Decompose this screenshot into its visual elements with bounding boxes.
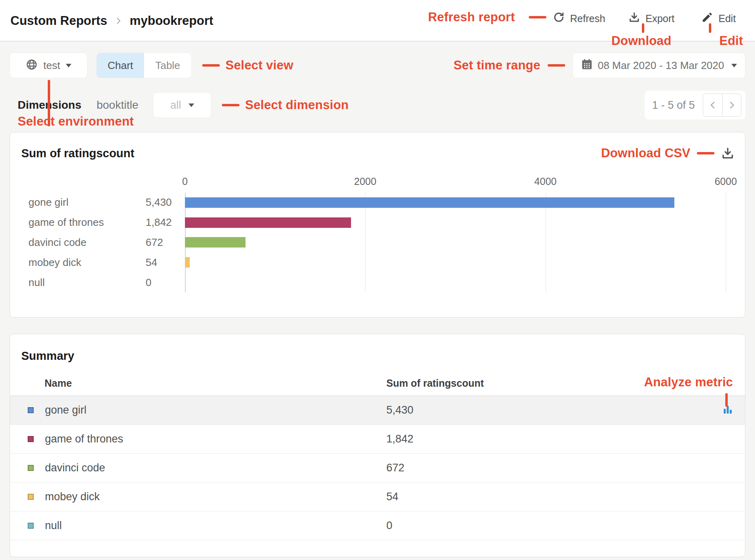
- chevron-down-icon: [731, 64, 737, 67]
- chart-category-label: gone girl: [10, 196, 146, 209]
- date-range-value: 08 Mar 2020 - 13 Mar 2020: [598, 59, 724, 72]
- chart-row: gone girl 5,430: [10, 193, 726, 213]
- series-color-swatch: [28, 407, 34, 413]
- row-value: 1,842: [386, 433, 414, 445]
- column-header-name: Name: [45, 377, 72, 389]
- dimension-filter-value: all: [170, 99, 181, 112]
- dimension-name: booktitle: [97, 99, 138, 112]
- annotation-line: [725, 393, 728, 407]
- chevron-down-icon: [189, 103, 194, 107]
- chart-title: Sum of ratingscount: [21, 147, 134, 160]
- series-color-swatch: [28, 494, 34, 500]
- chart-value-label: 5,430: [146, 196, 185, 209]
- table-row: davinci code 672: [10, 454, 745, 483]
- gridline: [726, 193, 726, 292]
- edit-button[interactable]: Edit: [701, 0, 736, 37]
- row-name: game of thrones: [45, 433, 123, 445]
- axis-tick-label: 6000: [714, 176, 737, 187]
- chart-bar: [185, 237, 246, 248]
- pagination-range: 1 - 5 of 5: [652, 99, 695, 112]
- chart-bar-area: [185, 233, 726, 253]
- view-toggle: Chart Table: [96, 53, 192, 78]
- chart-row: mobey dick 54: [10, 252, 726, 272]
- download-icon: [628, 11, 640, 26]
- series-color-swatch: [28, 436, 34, 442]
- download-csv-button[interactable]: [721, 146, 735, 160]
- refresh-button[interactable]: Refresh: [553, 0, 605, 37]
- summary-card: Summary Name Sum of ratingscount gone gi…: [10, 334, 745, 557]
- previous-page-button[interactable]: [703, 94, 722, 116]
- series-color-swatch: [28, 523, 34, 529]
- date-range-picker[interactable]: 08 Mar 2020 - 13 Mar 2020: [572, 53, 745, 78]
- chart-category-label: davinci code: [10, 236, 146, 249]
- chart-bar: [185, 217, 351, 228]
- axis-tick-label: 4000: [534, 176, 557, 187]
- breadcrumb-report-name: mybookreport: [130, 14, 213, 28]
- annotation-select-dimension: Select dimension: [245, 98, 349, 112]
- chart-category-label: game of thrones: [10, 216, 146, 229]
- pencil-icon: [701, 11, 713, 26]
- analyze-metric-icon[interactable]: [723, 404, 733, 416]
- annotation-dash: [202, 64, 220, 67]
- environment-dropdown[interactable]: test: [10, 53, 87, 78]
- chart-bar-area: [185, 213, 726, 233]
- annotation-set-time-range: Set time range: [453, 58, 540, 73]
- row-name: davinci code: [45, 462, 105, 474]
- download-icon: [721, 146, 735, 160]
- chart-value-label: 672: [146, 236, 185, 249]
- annotation-select-view: Select view: [225, 58, 293, 73]
- chart-bar-area: [185, 272, 726, 292]
- chart-value-label: 1,842: [146, 216, 185, 229]
- table-row: null 0: [10, 511, 745, 540]
- row-value: 54: [386, 491, 398, 503]
- chart-category-label: mobey dick: [10, 256, 146, 269]
- chart-bar: [185, 197, 674, 208]
- chevron-right-icon: [114, 16, 123, 26]
- chart-value-label: 0: [146, 276, 185, 289]
- chart-bar-area: [185, 252, 726, 272]
- chart-bar: [185, 257, 190, 268]
- row-name: gone girl: [45, 404, 87, 416]
- environment-value: test: [43, 59, 60, 72]
- chart-value-label: 54: [146, 256, 185, 269]
- summary-title: Summary: [21, 349, 74, 363]
- annotation-line: [709, 23, 711, 33]
- annotation-line: [48, 80, 50, 126]
- annotation-download: Download: [611, 34, 672, 48]
- axis-tick-label: 2000: [354, 176, 377, 187]
- row-value: 0: [386, 519, 392, 532]
- chevron-down-icon: [66, 64, 71, 67]
- next-page-button[interactable]: [722, 94, 741, 116]
- bar-chart-icon: [723, 404, 733, 415]
- refresh-label: Refresh: [570, 13, 605, 24]
- annotation-download-csv: Download CSV: [601, 146, 690, 160]
- chart-row: game of thrones 1,842: [10, 213, 726, 233]
- row-value: 672: [386, 462, 404, 474]
- chart-axis-labels: 0200040006000: [185, 176, 726, 188]
- export-button[interactable]: Export: [628, 0, 674, 37]
- column-header-value: Sum of ratingscount: [386, 377, 484, 389]
- row-value: 5,430: [386, 404, 414, 416]
- toolbar-row: test Chart Table Select view Set time ra…: [10, 53, 745, 78]
- dimension-filter-dropdown[interactable]: all: [153, 92, 211, 118]
- series-color-swatch: [28, 465, 34, 471]
- row-name: mobey dick: [45, 491, 100, 503]
- edit-label: Edit: [718, 13, 736, 24]
- page-header: Custom Reports mybookreport Refresh repo…: [0, 0, 755, 41]
- pagination-buttons: [703, 93, 741, 117]
- table-row: game of thrones 1,842: [10, 425, 745, 454]
- chart-row: davinci code 672: [10, 233, 726, 253]
- chart-category-label: null: [10, 276, 146, 289]
- globe-icon: [26, 59, 38, 72]
- tab-table[interactable]: Table: [144, 53, 191, 78]
- calendar-icon: [581, 58, 593, 73]
- annotation-dash: [697, 152, 714, 154]
- tab-chart[interactable]: Chart: [97, 53, 144, 78]
- pagination: 1 - 5 of 5: [645, 91, 745, 120]
- annotation-refresh-report: Refresh report: [428, 10, 515, 24]
- summary-table-body: gone girl 5,430 game of thrones 1,842 da…: [10, 396, 745, 540]
- download-csv-area: Download CSV: [601, 146, 735, 160]
- breadcrumb-section[interactable]: Custom Reports: [10, 14, 107, 28]
- chart-bar-area: [185, 193, 726, 213]
- breadcrumb: Custom Reports mybookreport: [10, 0, 213, 41]
